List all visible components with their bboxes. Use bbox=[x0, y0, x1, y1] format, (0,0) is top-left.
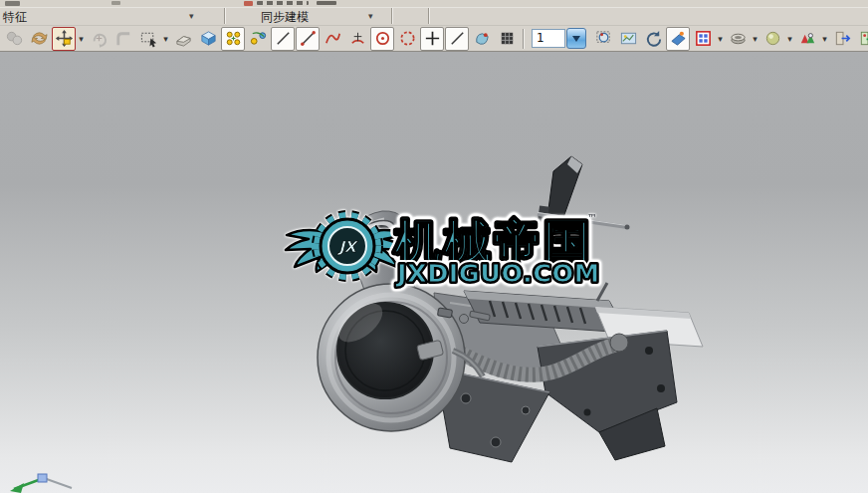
block-icon[interactable] bbox=[196, 27, 220, 51]
watermark: JX 机械帝国 机械帝国 机械帝国 ™ JXDIGUO.COM JXDIGUO.… bbox=[286, 212, 600, 288]
material-sphere-icon[interactable] bbox=[760, 27, 784, 51]
layer-value-field[interactable]: 1 bbox=[532, 29, 565, 48]
hose-flange bbox=[610, 334, 628, 352]
dropdown-triangle-icon bbox=[572, 36, 580, 42]
main-icon-toolbar: ▾▾1▾▾▾▾ bbox=[0, 25, 868, 51]
wcs-triad bbox=[10, 474, 72, 493]
datum-grid-icon[interactable] bbox=[495, 27, 519, 51]
clipped-toolbar-row bbox=[0, 0, 868, 8]
line-2-icon[interactable] bbox=[445, 27, 469, 51]
bolt-hole bbox=[584, 409, 591, 416]
spline-icon[interactable] bbox=[321, 27, 344, 51]
edit-object-display-icon-dropdown[interactable]: ▾ bbox=[820, 34, 829, 44]
pull-face-icon[interactable] bbox=[87, 27, 110, 51]
layer-combo: 1 bbox=[532, 28, 586, 49]
gears-icon[interactable] bbox=[2, 27, 26, 51]
brand-trademark: ™ bbox=[587, 212, 597, 223]
features-group-label: 特征 bbox=[3, 9, 27, 26]
clipped-icon-fragment bbox=[111, 1, 120, 5]
select-rectangle-icon[interactable] bbox=[136, 27, 160, 51]
profile-icon[interactable] bbox=[296, 27, 320, 51]
ellipse-icon[interactable] bbox=[395, 27, 419, 51]
view-layout-icon[interactable] bbox=[691, 27, 715, 51]
shaded-view-icon[interactable] bbox=[666, 27, 690, 51]
domain-text: JXDIGUO.COM bbox=[395, 258, 600, 288]
triad-arrowhead-green bbox=[10, 483, 24, 493]
section-view-icon-dropdown[interactable]: ▾ bbox=[751, 34, 760, 44]
triad-label bbox=[38, 474, 47, 482]
mirror-feature-icon[interactable] bbox=[246, 27, 270, 51]
offset-pipe-icon[interactable] bbox=[111, 27, 135, 51]
section-view-icon[interactable] bbox=[726, 27, 750, 51]
hide-window-icon[interactable] bbox=[830, 27, 854, 51]
move-face-icon-dropdown[interactable]: ▾ bbox=[77, 34, 86, 44]
layer-dropdown-button[interactable] bbox=[566, 28, 586, 49]
pattern-feature-icon[interactable] bbox=[221, 27, 245, 51]
group-separator bbox=[224, 8, 225, 24]
rod-end bbox=[625, 225, 630, 230]
sync-modeling-group-label: 同步建模 bbox=[261, 9, 309, 26]
edit-object-display-icon[interactable] bbox=[795, 27, 819, 51]
clipped-text-fragment bbox=[317, 1, 336, 5]
clipped-icon-fragment bbox=[5, 1, 20, 6]
group-separator bbox=[391, 8, 392, 24]
circle-icon[interactable] bbox=[370, 27, 394, 51]
clipped-text-fragment bbox=[257, 1, 309, 5]
select-rectangle-icon-dropdown[interactable]: ▾ bbox=[161, 34, 170, 44]
logo-monogram: JX bbox=[336, 238, 358, 256]
view-layout-icon-dropdown[interactable]: ▾ bbox=[716, 34, 725, 44]
banjo-fitting bbox=[437, 308, 452, 318]
watermark-domain-text: JXDIGUO.COM JXDIGUO.COM JXDIGUO.COM bbox=[395, 258, 600, 288]
gusset-hole bbox=[522, 406, 530, 414]
clipped-icon-fragment bbox=[244, 1, 253, 6]
bolt-hole bbox=[657, 384, 665, 392]
features-group-dropdown[interactable]: ▾ bbox=[189, 11, 194, 21]
zoom-window-icon[interactable] bbox=[591, 27, 615, 51]
show-window-icon[interactable] bbox=[855, 27, 868, 51]
refresh-view-icon[interactable] bbox=[641, 27, 665, 51]
face-icon[interactable] bbox=[470, 27, 494, 51]
line-icon[interactable] bbox=[271, 27, 295, 51]
gusset-hole bbox=[461, 393, 471, 403]
sync-modeling-group-dropdown[interactable]: ▾ bbox=[368, 11, 373, 21]
arc-icon[interactable] bbox=[345, 27, 369, 51]
bolt-hole bbox=[645, 347, 653, 355]
group-separator bbox=[428, 8, 429, 24]
swap-arrows-icon[interactable] bbox=[27, 27, 51, 51]
turbocharger-model bbox=[318, 156, 703, 462]
move-face-icon[interactable] bbox=[52, 27, 76, 51]
gusset-hole bbox=[491, 437, 501, 447]
toolbar-separator bbox=[523, 29, 524, 49]
hex-nut bbox=[460, 315, 469, 324]
ribbon-toolbar: 特征 ▾ 同步建模 ▾ ▾▾1▾▾▾▾ bbox=[0, 0, 868, 52]
triad-axis-gray bbox=[44, 478, 72, 488]
point-icon[interactable] bbox=[420, 27, 444, 51]
material-sphere-icon-dropdown[interactable]: ▾ bbox=[785, 34, 794, 44]
extrude-icon[interactable] bbox=[171, 27, 195, 51]
window-image-icon[interactable] bbox=[616, 27, 640, 51]
scene-canvas: JX 机械帝国 机械帝国 机械帝国 ™ JXDIGUO.COM JXDIGUO.… bbox=[0, 52, 868, 493]
graphics-viewport[interactable]: JX 机械帝国 机械帝国 机械帝国 ™ JXDIGUO.COM JXDIGUO.… bbox=[0, 52, 868, 493]
toolbar-group-label-row: 特征 ▾ 同步建模 ▾ bbox=[0, 8, 868, 25]
